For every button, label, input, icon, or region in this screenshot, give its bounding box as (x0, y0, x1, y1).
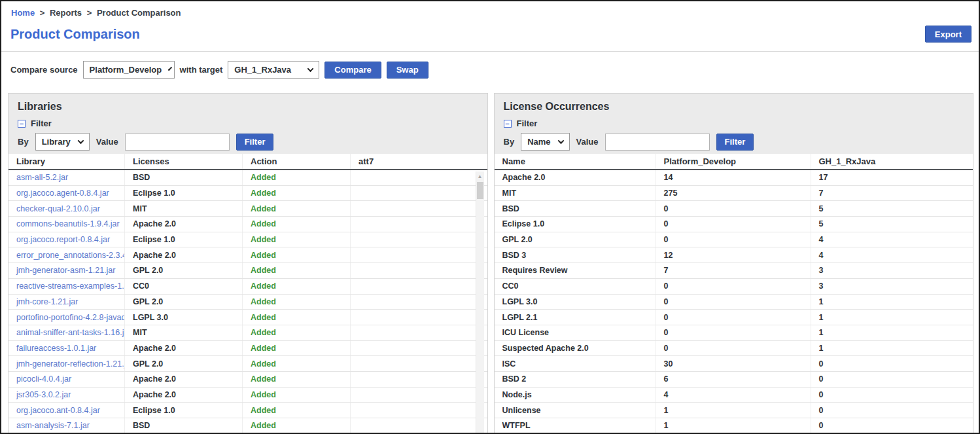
license-filter-label: Filter (517, 118, 538, 128)
license-table-header: Name Platform_Develop GH_1_RxJava (495, 154, 973, 170)
library-link[interactable]: failureaccess-1.0.1.jar (16, 344, 96, 353)
col-header-source-product: Platform_Develop (656, 154, 811, 169)
chevron-down-icon (557, 137, 564, 144)
page-title: Product Comparison (10, 27, 140, 42)
source-count-cell: 0 (656, 279, 811, 294)
target-count-cell: 1 (811, 295, 973, 310)
scroll-up-icon[interactable]: ▲ (476, 172, 484, 181)
libraries-filter-by-select[interactable]: Library (35, 133, 90, 151)
license-cell: MIT (125, 325, 243, 340)
table-row: jmh-generator-reflection-1.21.jar GPL 2.… (9, 356, 487, 372)
att7-cell (351, 403, 487, 418)
libraries-filter-toggle[interactable]: − Filter (18, 118, 487, 128)
table-row: CC0 0 3 (495, 279, 973, 295)
license-cell: Eclipse 1.0 (125, 186, 243, 201)
compare-source-select[interactable]: Platform_Develop (83, 61, 175, 79)
license-filter-value-input[interactable] (605, 134, 710, 151)
breadcrumb-reports[interactable]: Reports (50, 8, 82, 18)
library-link[interactable]: jmh-generator-asm-1.21.jar (16, 266, 115, 275)
export-button[interactable]: Export (925, 26, 971, 43)
att7-cell (351, 186, 487, 201)
license-filter-by-label: By (504, 137, 515, 147)
target-count-cell: 5 (811, 217, 973, 232)
target-count-cell: 5 (811, 201, 973, 216)
library-link[interactable]: checker-qual-2.10.0.jar (16, 204, 100, 213)
library-link[interactable]: jsr305-3.0.2.jar (16, 390, 71, 399)
table-row: reactive-streams-examples-1.0.... CC0 Ad… (9, 279, 487, 295)
att7-cell (351, 170, 487, 185)
action-cell: Added (243, 263, 351, 278)
collapse-minus-icon[interactable]: − (504, 120, 512, 128)
table-row: jsr305-3.0.2.jar Apache 2.0 Added (9, 388, 487, 403)
libraries-filter-button[interactable]: Filter (236, 134, 274, 151)
library-link[interactable]: jmh-generator-reflection-1.21.jar (16, 359, 125, 369)
table-row: Apache 2.0 14 17 (495, 170, 973, 186)
table-row: LGPL 2.1 0 1 (495, 310, 973, 325)
compare-button[interactable]: Compare (324, 62, 381, 79)
license-occurrences-panel: License Occurrences − Filter By Name Val… (494, 93, 974, 433)
target-count-cell: 1 (811, 310, 973, 325)
col-header-library: Library (9, 154, 125, 169)
license-cell: GPL 2.0 (125, 356, 243, 371)
license-name-cell: Suspected Apache 2.0 (495, 341, 656, 356)
table-row: jmh-core-1.21.jar GPL 2.0 Added (9, 295, 487, 310)
libraries-filter-value-label: Value (96, 137, 118, 147)
library-link[interactable]: asm-analysis-7.1.jar (16, 421, 90, 430)
license-cell: Apache 2.0 (125, 217, 243, 232)
table-row: asm-analysis-7.1.jar BSD Added (9, 418, 487, 433)
table-row: org.jacoco.report-0.8.4.jar Eclipse 1.0 … (9, 232, 487, 248)
table-row: org.jacoco.ant-0.8.4.jar Eclipse 1.0 Add… (9, 403, 487, 418)
library-link[interactable]: org.jacoco.report-0.8.4.jar (16, 235, 110, 244)
license-filter-toggle[interactable]: − Filter (504, 118, 973, 128)
scrollbar-thumb[interactable] (477, 182, 483, 199)
libraries-filter-value-input[interactable] (125, 134, 230, 151)
license-filter-button[interactable]: Filter (716, 134, 754, 151)
compare-bar: Compare source Platform_Develop with tar… (1, 52, 979, 86)
libraries-filter-by-label: By (18, 137, 29, 147)
library-link[interactable]: portofino-portofino-4.2.8-javadoc (16, 313, 125, 322)
breadcrumb-current: Product Comparison (97, 8, 181, 18)
library-link[interactable]: asm-all-5.2.jar (16, 173, 68, 182)
license-name-cell: ISC (495, 356, 656, 371)
table-row: Node.js 4 0 (495, 388, 973, 403)
libraries-panel: Libraries − Filter By Library Value Filt… (8, 93, 488, 433)
libraries-panel-title: Libraries (9, 94, 487, 113)
compare-target-label: with target (180, 65, 223, 75)
license-name-cell: Node.js (495, 388, 656, 403)
att7-cell (351, 201, 487, 216)
collapse-minus-icon[interactable]: − (18, 120, 26, 128)
license-name-cell: BSD 3 (495, 247, 656, 262)
target-count-cell: 0 (811, 388, 973, 403)
att7-cell (351, 341, 487, 356)
libraries-filter-by-value: Library (42, 137, 71, 147)
license-cell: Apache 2.0 (125, 247, 243, 262)
library-link[interactable]: error_prone_annotations-2.3.4.j... (16, 251, 125, 260)
library-link[interactable]: org.jacoco.ant-0.8.4.jar (16, 406, 100, 415)
target-count-cell: 0 (811, 372, 973, 387)
action-cell: Added (243, 372, 351, 387)
title-bar: Product Comparison Export (1, 18, 979, 51)
compare-target-select[interactable]: GH_1_RxJava (228, 61, 319, 79)
library-link[interactable]: picocli-4.0.4.jar (16, 374, 71, 384)
library-link[interactable]: animal-sniffer-ant-tasks-1.16.jar (16, 328, 125, 337)
att7-cell (351, 356, 487, 371)
table-row: picocli-4.0.4.jar Apache 2.0 Added (9, 372, 487, 388)
target-count-cell: 3 (811, 263, 973, 278)
action-cell: Added (243, 418, 351, 433)
library-link[interactable]: org.jacoco.agent-0.8.4.jar (16, 189, 109, 198)
chevron-down-icon (77, 137, 84, 144)
scrollbar[interactable]: ▲ (476, 172, 484, 433)
swap-button[interactable]: Swap (387, 62, 429, 79)
library-link[interactable]: reactive-streams-examples-1.0.... (16, 281, 125, 291)
breadcrumb-home[interactable]: Home (11, 8, 35, 18)
table-row: BSD 3 12 4 (495, 247, 973, 263)
library-link[interactable]: commons-beanutils-1.9.4.jar (16, 219, 120, 228)
table-row: Eclipse 1.0 0 5 (495, 217, 973, 232)
library-link[interactable]: jmh-core-1.21.jar (16, 297, 78, 306)
license-cell: MIT (125, 201, 243, 216)
source-count-cell: 12 (656, 247, 811, 262)
panels-container: Libraries − Filter By Library Value Filt… (1, 93, 979, 433)
license-filter-by-select[interactable]: Name (521, 133, 569, 151)
att7-cell (351, 388, 487, 403)
action-cell: Added (243, 356, 351, 371)
